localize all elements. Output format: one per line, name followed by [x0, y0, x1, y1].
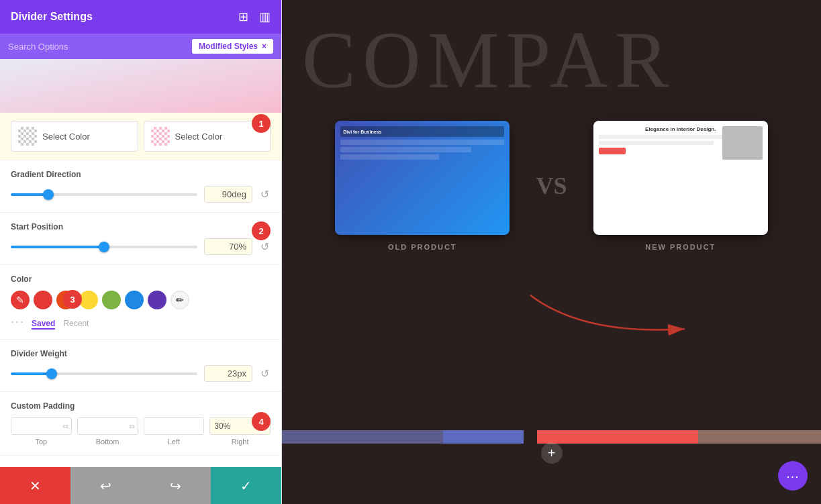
divider-weight-section: Divider Weight ↺	[0, 340, 281, 392]
checker-icon-2	[151, 127, 170, 146]
more-icon: ···	[786, 468, 800, 484]
start-position-thumb[interactable]	[99, 242, 109, 252]
swatch-red[interactable]	[34, 291, 52, 309]
redo-button[interactable]: ↪	[141, 467, 211, 504]
saved-tab[interactable]: Saved	[32, 319, 55, 330]
laptop-right-wrap: Elegance in Interior Design. NEW PRODUCT	[581, 121, 781, 251]
lb-body	[340, 140, 504, 160]
select-color-label-2: Select Color	[175, 132, 223, 142]
more-swatches-dots[interactable]: ···	[11, 315, 25, 329]
color-select-row: Select Color Select Color	[0, 113, 281, 160]
padding-bottom-link-icon[interactable]: ⇔	[126, 419, 138, 434]
start-position-slider-row: ↺	[11, 238, 271, 255]
swatch-purple[interactable]	[148, 291, 166, 309]
laptops-comparison-area: Divi for Business OLD PRODUCT VS	[322, 121, 781, 251]
start-position-label: Start Position	[11, 222, 271, 232]
padding-left-wrap	[144, 417, 205, 435]
lw-img	[722, 126, 763, 160]
custom-padding-label: Custom Padding	[11, 401, 271, 411]
redo-icon: ↪	[170, 478, 181, 494]
laptop-screen-white: Elegance in Interior Design.	[593, 121, 768, 235]
panel-title: Divider Settings	[11, 11, 93, 23]
color-label: Color	[11, 274, 271, 284]
step-badge-1: 1	[252, 114, 271, 133]
modified-badge-close-icon[interactable]: ×	[262, 42, 267, 51]
laptop-left-wrap: Divi for Business OLD PRODUCT	[322, 121, 522, 251]
laptop-right-label: NEW PRODUCT	[581, 243, 781, 251]
saved-recent-tabs: Saved Recent	[32, 319, 89, 330]
divider-weight-thumb[interactable]	[46, 368, 57, 379]
modified-styles-badge[interactable]: Modified Styles ×	[192, 39, 273, 54]
divider-bar-1	[282, 430, 443, 444]
step-badge-2: 2	[252, 221, 271, 240]
start-position-value[interactable]	[204, 238, 252, 255]
search-bar: Search Options Modified Styles ×	[0, 34, 281, 59]
panel-header: Divider Settings ⊞ ▥	[0, 0, 281, 34]
split-icon[interactable]: ▥	[259, 9, 271, 24]
swatch-yellow[interactable]	[79, 291, 98, 309]
confirm-icon: ✓	[240, 478, 252, 494]
gradient-direction-value[interactable]	[204, 186, 252, 203]
checker-icon-1	[18, 127, 37, 146]
padding-top-input[interactable]	[11, 418, 60, 434]
divider-bars	[282, 430, 821, 444]
select-color-btn-1[interactable]: Select Color	[11, 121, 138, 152]
vs-text: VS	[536, 172, 567, 200]
divider-bar-4	[698, 430, 821, 444]
laptop-right-image: Elegance in Interior Design.	[593, 121, 768, 235]
swatch-blue[interactable]	[125, 291, 144, 309]
eyedropper-btn[interactable]: ✎	[11, 291, 30, 309]
divider-bar-3	[537, 430, 698, 444]
search-placeholder[interactable]: Search Options	[8, 42, 68, 52]
padding-top-link-icon[interactable]: ⇔	[60, 419, 71, 434]
gradient-direction-slider-row: ↺	[11, 186, 271, 203]
laptop-blue-content: Divi for Business	[340, 126, 504, 230]
gradient-preview	[0, 59, 281, 113]
start-position-reset[interactable]: ↺	[259, 240, 271, 253]
gradient-direction-thumb[interactable]	[43, 189, 54, 200]
panel-header-icons: ⊞ ▥	[238, 9, 271, 24]
divider-weight-slider-row: ↺	[11, 365, 271, 382]
padding-top-wrap: ⇔	[11, 417, 72, 435]
more-button[interactable]: ···	[778, 461, 808, 491]
divider-weight-track[interactable]	[11, 372, 197, 375]
divider-weight-fill	[11, 372, 52, 375]
undo-button[interactable]: ↩	[70, 467, 141, 504]
eraser-btn[interactable]: ✏	[171, 291, 189, 309]
start-position-fill	[11, 246, 104, 248]
padding-left-label: Left	[144, 438, 205, 446]
padding-top-label: Top	[11, 438, 72, 446]
laptop-white-content: Elegance in Interior Design.	[599, 126, 763, 230]
expand-icon[interactable]: ⊞	[238, 9, 248, 24]
padding-left-field: Left	[144, 417, 205, 446]
start-position-track[interactable]	[11, 246, 197, 248]
divider-bar-gap	[524, 430, 537, 444]
divider-weight-reset[interactable]: ↺	[259, 367, 271, 380]
color-swatches: ✎ ✏	[11, 291, 271, 309]
cancel-button[interactable]: ✕	[0, 467, 70, 504]
add-button[interactable]: +	[541, 442, 563, 464]
confirm-button[interactable]: ✓	[211, 467, 281, 504]
padding-left-input[interactable]	[144, 418, 204, 434]
bottom-toolbar: ✕ ↩ ↪ ✓	[0, 467, 281, 504]
color-section: Color ✎ ✏ ··· Saved Recent	[0, 265, 281, 340]
lb-header: Divi for Business	[340, 126, 504, 137]
laptop-screen-blue: Divi for Business	[335, 121, 510, 235]
divider-weight-value[interactable]	[204, 365, 252, 382]
laptop-left-image: Divi for Business	[335, 121, 510, 235]
padding-bottom-input[interactable]	[78, 418, 126, 434]
undo-icon: ↩	[100, 478, 111, 494]
step-badge-4: 4	[252, 412, 271, 431]
padding-right-label: Right	[209, 438, 271, 446]
padding-row: ⇔ Top ⇔ Bottom Left	[11, 417, 271, 446]
background-text: COMPAR	[302, 20, 801, 101]
padding-bottom-field: ⇔ Bottom	[77, 417, 138, 446]
lw-btn	[599, 148, 626, 154]
gradient-direction-track[interactable]	[11, 193, 197, 196]
lb-row-2	[340, 147, 471, 152]
select-color-label-1: Select Color	[42, 132, 90, 142]
recent-tab[interactable]: Recent	[63, 319, 89, 330]
swatch-green[interactable]	[102, 291, 121, 309]
gradient-direction-reset[interactable]: ↺	[259, 188, 271, 201]
custom-padding-section: Custom Padding ⇔ Top ⇔ Bottom	[0, 392, 281, 456]
